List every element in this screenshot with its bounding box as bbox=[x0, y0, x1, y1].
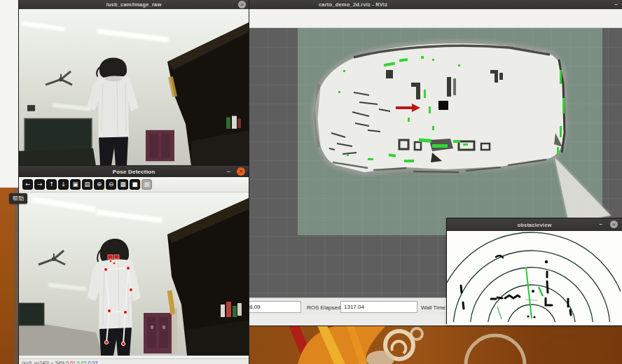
rviz-titlebar[interactable]: carto_demo_2d.rviz - RViz – bbox=[249, 0, 622, 9]
foreground-shadow bbox=[19, 148, 96, 166]
zoom-reset-icon[interactable]: ▤ bbox=[82, 179, 92, 190]
close-icon[interactable]: ✕ bbox=[238, 1, 246, 8]
opencv-toolbar: ← → ↑ ↓ ▣ ▤ ⊕ ⊖ ▦ ■ ▩ bbox=[19, 177, 249, 192]
door bbox=[146, 130, 174, 161]
camera-feed bbox=[19, 9, 249, 166]
radar-plot bbox=[447, 231, 621, 322]
rviz-window-title: carto_demo_2d.rviz - RViz bbox=[319, 1, 387, 8]
obstacle-radar-view[interactable] bbox=[447, 231, 622, 325]
background-window-edge bbox=[0, 0, 19, 188]
g-value: 0.02 bbox=[77, 360, 87, 364]
zoom-in-icon[interactable]: ⊕ bbox=[94, 179, 104, 190]
pose-detection-window: Pose Detection – ✕ ← → ↑ ↓ ▣ ▤ ⊕ ⊖ ▦ ■ ▩ bbox=[19, 166, 249, 364]
pose-titlebar[interactable]: Pose Detection – ✕ bbox=[19, 166, 249, 177]
chalkboard bbox=[19, 303, 44, 326]
pan-up-icon[interactable]: ↑ bbox=[46, 179, 57, 190]
usb-cam-window: /usb_cam/image_raw ✕ bbox=[19, 0, 249, 166]
pan-down-icon[interactable]: ↓ bbox=[58, 179, 69, 190]
pose-camera-feed bbox=[19, 192, 249, 356]
cursor-position-text: (x=9, y=240) ~ 34% bbox=[22, 360, 64, 364]
stop-icon[interactable]: ■ bbox=[130, 179, 140, 190]
desktop-left-strip bbox=[0, 188, 19, 364]
robot-footprint bbox=[438, 101, 448, 110]
r-value: 0.01 bbox=[66, 360, 76, 364]
usb-cam-titlebar[interactable]: /usb_cam/image_raw ✕ bbox=[19, 0, 249, 9]
wallpaper-art bbox=[249, 326, 622, 364]
b-value: 0.03 bbox=[88, 360, 97, 364]
pan-left-icon[interactable]: ← bbox=[22, 179, 33, 190]
desktop: 帮助 carto_demo_2d.rviz - RViz – bbox=[0, 0, 622, 364]
minimize-icon[interactable]: – bbox=[227, 168, 230, 175]
zoom-region-icon[interactable]: ▣ bbox=[70, 179, 81, 190]
pose-title: Pose Detection bbox=[113, 169, 156, 175]
save-image-icon[interactable]: ▦ bbox=[118, 179, 128, 190]
minimize-icon[interactable]: – bbox=[614, 1, 618, 8]
properties-icon[interactable]: ▩ bbox=[141, 179, 152, 190]
obstacleview-window: obstacleview – ✕ bbox=[447, 218, 622, 323]
chalkboard bbox=[25, 118, 92, 150]
zoom-out-icon[interactable]: ⊖ bbox=[106, 179, 116, 190]
close-icon[interactable]: ✕ bbox=[237, 167, 245, 176]
help-tooltip: 帮助 bbox=[9, 193, 27, 204]
door bbox=[144, 313, 172, 354]
rviz-toolbar bbox=[249, 9, 622, 28]
opencv-statusbar: (x=9, y=240) ~ 34% 0.01 0.02 0.03 bbox=[19, 358, 249, 364]
ros-elapsed-field[interactable]: 1317.04 bbox=[340, 301, 417, 313]
minimize-icon[interactable]: – bbox=[599, 220, 602, 227]
desktop-wallpaper bbox=[249, 326, 622, 364]
wall-box bbox=[27, 105, 35, 111]
wall-time-label: Wall Time: bbox=[421, 304, 447, 311]
usb-cam-title: /usb_cam/image_raw bbox=[106, 1, 161, 8]
ros-elapsed-label: ROS Elapsed: bbox=[307, 304, 343, 311]
close-icon[interactable]: ✕ bbox=[610, 220, 618, 228]
wall-strip bbox=[172, 308, 177, 354]
pan-right-icon[interactable]: → bbox=[34, 179, 45, 190]
obstacleview-title: obstacleview bbox=[517, 222, 551, 228]
ros-time-field[interactable]: 8.09 bbox=[246, 301, 301, 313]
obstacleview-titlebar[interactable]: obstacleview – ✕ bbox=[447, 218, 622, 231]
